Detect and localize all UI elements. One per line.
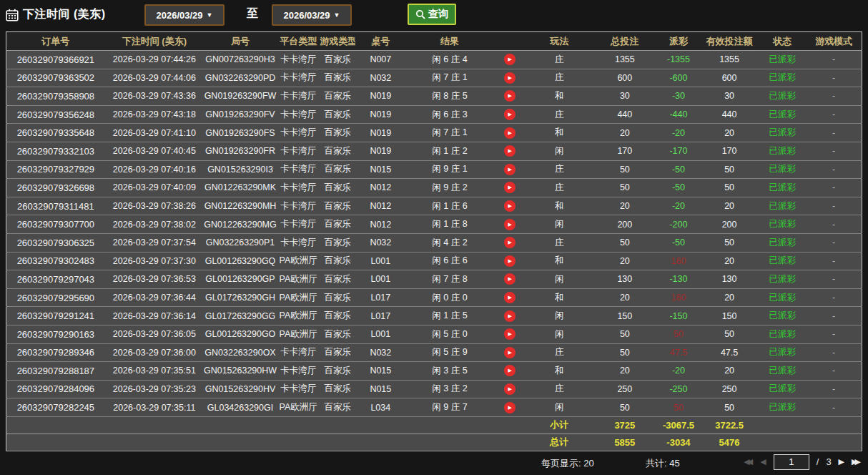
cell-game-mode: - [806,343,862,362]
cell-round-number: GL001263290GP [204,270,277,289]
cell-total-bet: 200 [593,215,657,234]
cell-result: 闲 1 庄 8 [405,215,493,234]
total-count-label: 共计: 45 [646,457,680,470]
cell-table-number: N032 [355,343,405,362]
cell-game-type: 百家乐 [320,87,355,106]
replay-play-icon[interactable]: ▶ [504,383,516,395]
cell-result: 闲 7 庄 1 [405,124,493,142]
cell-status: 已派彩 [759,69,806,87]
pager: ◀◀ ◀ / 3 ▶ ▶▶ [744,454,861,470]
last-page-icon[interactable]: ▶▶ [852,457,861,466]
cell-status: 已派彩 [759,87,806,106]
cell-platform: PA欧洲厅 [277,288,320,307]
cell-total-bet: 20 [593,362,657,381]
replay-play-icon[interactable]: ▶ [504,145,516,157]
date-from-picker[interactable]: 2026/03/29 ▼ [144,4,225,26]
replay-play-icon[interactable]: ▶ [504,200,516,212]
date-to-value: 2026/03/29 [284,10,330,21]
cell-payout: -50 [657,160,700,179]
next-page-icon[interactable]: ▶ [839,457,844,466]
cell-status: 已派彩 [759,252,806,270]
cell-payout: -20 [657,197,700,215]
cell-valid-bet: 150 [700,307,759,325]
cell-round-number: GN015263290I3 [204,160,277,179]
replay-play-icon[interactable]: ▶ [504,90,516,102]
search-button[interactable]: 查询 [408,4,456,25]
grand-total-row: 总计 5855 -3034 5476 [6,434,862,451]
cell-payout: -200 [657,215,700,234]
cell-payout: -150 [657,307,700,325]
cell-order-number: 260329079326698 [6,179,105,197]
replay-play-icon[interactable]: ▶ [504,402,516,413]
per-page-label: 每页显示: 20 [541,457,594,470]
cell-table-number: N019 [355,142,405,160]
cell-play-type: 庄 [526,105,593,124]
cell-valid-bet: 440 [700,105,759,124]
cell-table-number: N032 [355,69,405,87]
table-row: 260329079289346 2026-03-29 07:36:00 GN03… [6,343,862,362]
cell-table-number: N007 [355,51,405,69]
page-separator: / [817,456,819,467]
replay-play-icon[interactable]: ▶ [504,273,516,285]
table-row: 260329079356248 2026-03-29 07:43:18 GN01… [6,105,862,124]
first-page-icon[interactable]: ◀◀ [744,457,753,466]
cell-game-mode: - [806,307,862,325]
pagination-bar: 每页显示: 20 共计: 45 ◀◀ ◀ / 3 ▶ ▶▶ [0,451,868,473]
replay-play-icon[interactable]: ▶ [504,109,516,120]
cell-total-bet: 50 [593,179,657,197]
cell-payout: -600 [657,69,700,87]
table-row: 260329079335648 2026-03-29 07:41:10 GN01… [6,124,862,142]
cell-bet-time: 2026-03-29 07:38:26 [105,197,204,215]
cell-game-type: 百家乐 [320,179,355,197]
cell-game-type: 百家乐 [320,398,355,417]
replay-play-icon[interactable]: ▶ [504,182,516,193]
cell-order-number: 260329079290163 [6,325,105,343]
cell-status: 已派彩 [759,380,806,398]
cell-total-bet: 50 [593,343,657,362]
replay-play-icon[interactable]: ▶ [504,54,516,65]
cell-result: 闲 4 庄 2 [405,233,493,252]
page-number-input[interactable] [774,454,809,470]
cell-round-number: GN032263290PD [204,69,277,87]
cell-order-number: 260329079288187 [6,362,105,381]
replay-play-icon[interactable]: ▶ [504,237,516,248]
replay-play-icon[interactable]: ▶ [504,347,516,358]
cell-bet-time: 2026-03-29 07:36:53 [105,270,204,289]
cell-platform: 卡卡湾厅 [277,51,320,69]
cell-total-bet: 170 [593,142,657,160]
replay-play-icon[interactable]: ▶ [504,328,516,340]
replay-play-icon[interactable]: ▶ [504,292,516,303]
col-header-status: 状态 [759,32,806,51]
replay-play-icon[interactable]: ▶ [504,164,516,175]
cell-status: 已派彩 [759,288,806,307]
cell-result: 闲 7 庄 1 [405,69,493,87]
replay-play-icon[interactable]: ▶ [504,310,516,322]
cell-valid-bet: 20 [700,124,759,142]
magnifier-icon [415,9,426,20]
replay-play-icon[interactable]: ▶ [504,127,516,139]
replay-play-icon[interactable]: ▶ [504,365,516,376]
replay-play-icon[interactable]: ▶ [504,219,516,230]
cell-round-number: GL034263290GI [204,398,277,417]
replay-play-icon[interactable]: ▶ [504,255,516,267]
cell-play-type: 庄 [526,380,593,398]
cell-bet-time: 2026-03-29 07:37:54 [105,233,204,252]
cell-game-mode: - [806,179,862,197]
cell-game-type: 百家乐 [320,233,355,252]
cell-game-mode: - [806,270,862,289]
cell-payout: -30 [657,87,700,106]
date-to-picker[interactable]: 2026/03/29 ▼ [272,4,352,26]
cell-round-number: GN015263290HW [204,362,277,381]
cell-game-type: 百家乐 [320,252,355,270]
cell-game-type: 百家乐 [320,343,355,362]
cell-game-mode: - [806,288,862,307]
prev-page-icon[interactable]: ◀ [760,457,766,466]
replay-play-icon[interactable]: ▶ [504,72,516,84]
col-header-bet-time: 下注时间 (美东) [105,32,204,51]
table-row: 260329079288187 2026-03-29 07:35:51 GN01… [6,362,862,381]
cell-platform: PA欧洲厅 [277,307,320,325]
cell-game-type: 百家乐 [320,197,355,215]
cell-result: 闲 9 庄 1 [405,160,493,179]
cell-bet-time: 2026-03-29 07:40:16 [105,160,204,179]
cell-table-number: N015 [355,380,405,398]
